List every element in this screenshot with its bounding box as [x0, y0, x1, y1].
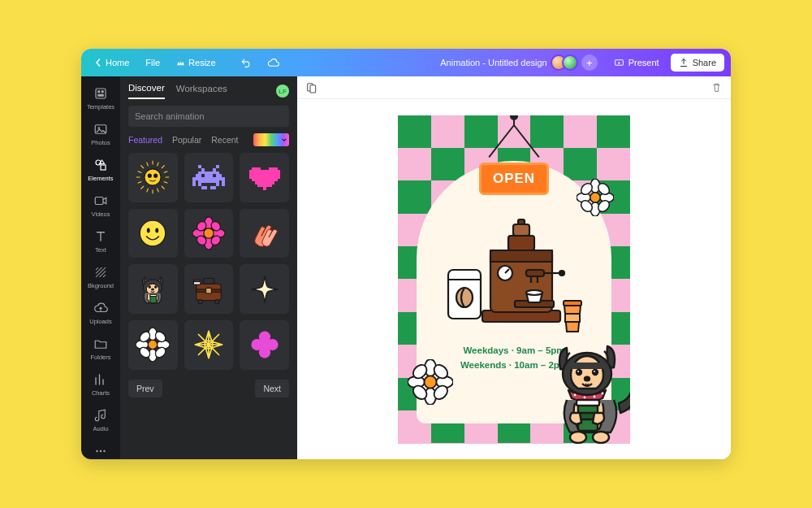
- tab-discover[interactable]: Discover: [128, 83, 165, 99]
- present-label: Present: [628, 58, 659, 67]
- share-button[interactable]: Share: [671, 54, 724, 72]
- svg-rect-37: [269, 167, 277, 170]
- svg-rect-69: [194, 280, 200, 282]
- avatar[interactable]: [562, 54, 578, 71]
- svg-point-10: [96, 450, 97, 452]
- rail-photos[interactable]: Photos: [83, 117, 119, 151]
- grid-item-sparkle-star[interactable]: [240, 264, 289, 314]
- animate-icon[interactable]: [305, 81, 318, 94]
- rail-label: Videos: [92, 211, 110, 218]
- svg-point-121: [593, 370, 598, 375]
- charts-icon: [93, 372, 108, 387]
- photos-icon: [93, 122, 108, 137]
- rail-label: Photos: [91, 139, 110, 146]
- svg-point-13: [145, 169, 161, 185]
- prev-button[interactable]: Prev: [128, 380, 162, 397]
- search-input[interactable]: Search animation: [128, 106, 289, 127]
- svg-rect-2: [97, 90, 100, 93]
- grid-item-clover-pink[interactable]: [240, 320, 289, 370]
- svg-rect-91: [508, 236, 534, 250]
- pager: Prev Next: [128, 380, 289, 397]
- filter-recent[interactable]: Recent: [211, 135, 238, 145]
- svg-point-109: [590, 192, 600, 202]
- svg-rect-24: [192, 177, 225, 180]
- rail-folders[interactable]: Folders: [83, 332, 119, 366]
- svg-point-43: [140, 220, 166, 246]
- document-title[interactable]: Animation - Untitled design: [440, 58, 546, 67]
- svg-point-123: [594, 371, 595, 372]
- grid-item-space-invader[interactable]: [184, 153, 234, 202]
- file-menu[interactable]: File: [139, 54, 166, 71]
- grid-item-sunburst[interactable]: [184, 320, 234, 370]
- file-label: File: [145, 58, 160, 67]
- grid-item-pixel-heart[interactable]: [240, 153, 289, 202]
- app-window: Home File Resize Animation - Untitled de…: [81, 49, 731, 459]
- svg-rect-27: [222, 180, 225, 184]
- rail-background[interactable]: Bkground: [83, 260, 119, 294]
- grid-item-sun-coin[interactable]: [128, 153, 178, 202]
- rail-charts[interactable]: Charts: [83, 367, 119, 402]
- svg-rect-39: [252, 179, 277, 181]
- svg-rect-92: [513, 224, 529, 236]
- svg-rect-90: [490, 250, 552, 262]
- rail-templates[interactable]: Templates: [83, 81, 119, 115]
- canvas-stage[interactable]: OPEN: [297, 99, 731, 459]
- rail-audio[interactable]: Audio: [83, 403, 119, 437]
- grid-item-luggage[interactable]: [184, 264, 234, 314]
- rail-more[interactable]: More: [83, 439, 119, 459]
- rail-elements[interactable]: Elements: [83, 153, 119, 187]
- filter-popular[interactable]: Popular: [172, 135, 201, 145]
- svg-point-129: [570, 432, 586, 443]
- svg-rect-20: [201, 168, 205, 172]
- open-sign: OPEN: [479, 163, 549, 195]
- svg-point-67: [215, 299, 219, 303]
- svg-rect-36: [252, 167, 260, 170]
- rail-text[interactable]: Text: [83, 224, 119, 258]
- present-button[interactable]: Present: [606, 54, 667, 72]
- add-collaborator-button[interactable]: +: [581, 54, 598, 71]
- tab-workspaces[interactable]: Workspaces: [176, 84, 227, 98]
- svg-rect-9: [95, 198, 103, 205]
- grid-item-smiley[interactable]: [128, 209, 178, 258]
- clapping-hands-icon: [248, 217, 281, 250]
- back-button[interactable]: Home: [88, 54, 136, 71]
- svg-rect-35: [213, 175, 216, 178]
- svg-rect-65: [206, 288, 212, 293]
- artboard[interactable]: OPEN: [398, 115, 630, 444]
- togo-cup-icon: [560, 299, 585, 335]
- filter-featured[interactable]: Featured: [128, 135, 162, 145]
- audio-icon: [93, 408, 108, 423]
- resize-menu[interactable]: Resize: [170, 54, 222, 71]
- rail-label: Folders: [90, 354, 110, 361]
- svg-rect-30: [216, 184, 219, 187]
- user-badge[interactable]: LF: [276, 85, 289, 98]
- chevron-left-icon: [94, 59, 102, 67]
- undo-icon: [240, 58, 251, 68]
- svg-rect-41: [257, 185, 271, 187]
- svg-point-126: [584, 396, 586, 398]
- more-icon: [93, 444, 108, 458]
- svg-rect-28: [192, 184, 196, 187]
- rail-videos[interactable]: Videos: [83, 189, 119, 223]
- trash-icon[interactable]: [710, 81, 723, 93]
- shiba-coffee-icon: [134, 271, 171, 308]
- cloud-save-button[interactable]: [261, 54, 286, 72]
- grid-item-clapping-hands[interactable]: [240, 209, 289, 258]
- svg-rect-3: [102, 90, 104, 93]
- rail-uploads[interactable]: Uploads: [83, 296, 119, 330]
- svg-point-57: [149, 285, 150, 287]
- svg-rect-18: [198, 166, 201, 169]
- svg-point-16: [149, 175, 149, 176]
- color-filter[interactable]: [253, 133, 289, 146]
- grid-item-flower-pink[interactable]: [184, 209, 234, 258]
- svg-point-54: [204, 228, 214, 238]
- svg-rect-32: [201, 186, 207, 189]
- grid-item-shiba-coffee[interactable]: [128, 264, 178, 314]
- svg-point-58: [155, 285, 157, 287]
- undo-button[interactable]: [234, 54, 257, 72]
- next-button[interactable]: Next: [255, 380, 289, 397]
- grid-item-daisy-white[interactable]: [128, 320, 178, 370]
- rail-label: Charts: [92, 389, 110, 397]
- filter-row: Featured Popular Recent: [128, 133, 289, 146]
- elements-panel: Discover Workspaces LF Search animation …: [120, 76, 297, 459]
